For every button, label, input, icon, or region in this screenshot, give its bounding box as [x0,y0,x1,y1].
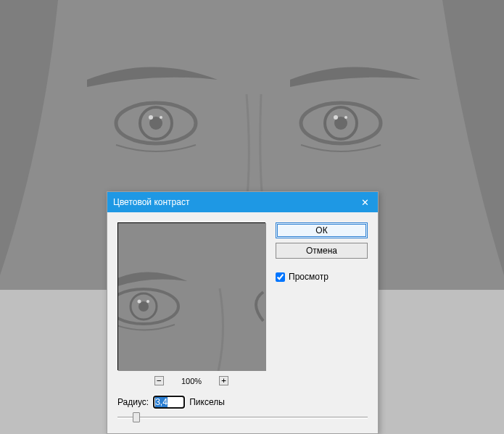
slider-thumb[interactable] [133,412,140,422]
filter-preview[interactable] [117,222,265,370]
slider-track [117,417,368,419]
cancel-button[interactable]: Отмена [276,243,368,259]
radius-input[interactable] [153,396,185,409]
svg-point-15 [138,300,141,304]
zoom-out-button[interactable]: − [154,376,164,385]
radius-label: Радиус: [117,397,149,407]
svg-point-10 [344,116,347,119]
radius-slider[interactable] [117,412,368,423]
radius-unit: Пикселы [189,397,225,407]
ok-button[interactable]: ОК [276,222,368,238]
close-icon[interactable]: ✕ [358,195,372,209]
dialog-titlebar[interactable]: Цветовой контраст ✕ [107,192,378,212]
svg-rect-11 [118,223,266,371]
svg-point-16 [146,300,149,303]
svg-point-4 [149,115,153,120]
zoom-in-button[interactable]: + [219,376,228,385]
high-pass-dialog: Цветовой контраст ✕ [107,191,379,434]
zoom-level: 100% [181,377,202,385]
preview-checkbox[interactable] [276,272,285,282]
svg-point-5 [160,116,162,119]
svg-point-9 [334,115,338,120]
preview-checkbox-row[interactable]: Просмотр [276,272,368,282]
preview-checkbox-label: Просмотр [289,272,329,282]
dialog-title: Цветовой контраст [113,197,358,207]
